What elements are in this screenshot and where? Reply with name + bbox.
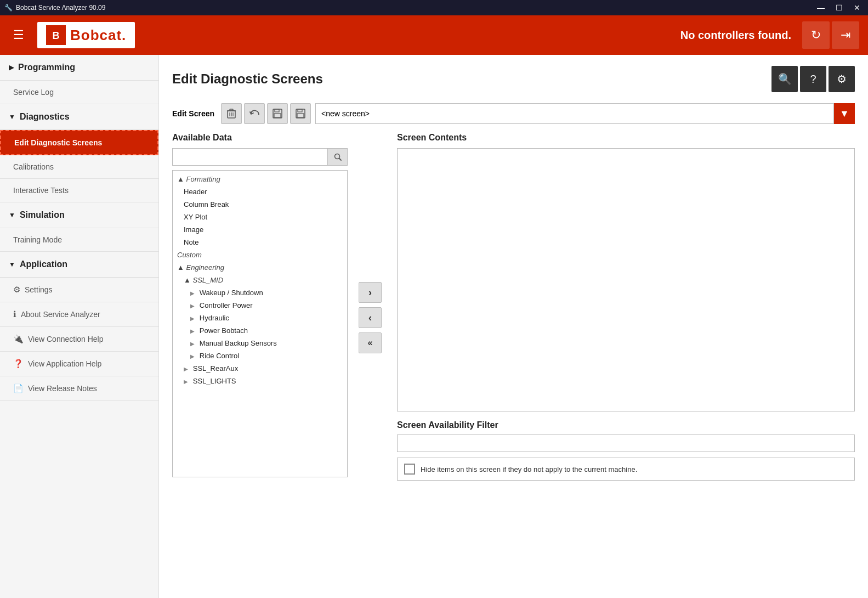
tree-bullet-hydraulic: ▶	[190, 315, 196, 321]
tree-item-xy-plot[interactable]: XY Plot	[173, 211, 347, 223]
delete-icon	[227, 109, 236, 119]
sidebar-item-training-mode-label: Training Mode	[13, 235, 62, 244]
screen-name-input[interactable]	[315, 103, 834, 124]
minimize-button[interactable]: —	[814, 3, 828, 12]
filter-checkbox-label: Hide items on this screen if they do not…	[421, 465, 637, 473]
logo-area: B Bobcat.	[37, 22, 135, 48]
tree-item-engineering[interactable]: ▲ Engineering	[173, 261, 347, 274]
sidebar: ▶ Programming Service Log ▼ Diagnostics …	[0, 55, 159, 598]
notes-icon: 📄	[13, 383, 24, 393]
tree-item-hydraulic[interactable]: ▶ Hydraulic	[173, 312, 347, 324]
logout-button[interactable]: ⇥	[832, 21, 859, 49]
sidebar-item-view-application-help[interactable]: ❓ View Application Help	[0, 352, 158, 376]
sidebar-section-application[interactable]: ▼ Application	[0, 252, 158, 278]
screen-select-wrapper: ▼	[315, 103, 855, 124]
back-all-icon: «	[368, 338, 373, 348]
sidebar-item-service-log[interactable]: Service Log	[0, 81, 158, 104]
tree-item-wakeup-shutdown[interactable]: ▶ Wakeup / Shutdown	[173, 286, 347, 299]
undo-button[interactable]	[244, 103, 265, 124]
tree-item-ssl-rear-aux[interactable]: ▶ SSL_RearAux	[173, 362, 347, 375]
back-icon: ‹	[368, 312, 372, 324]
available-data-title: Available Data	[172, 133, 348, 143]
sidebar-item-settings[interactable]: ⚙ Settings	[0, 278, 158, 302]
save2-button[interactable]	[290, 103, 311, 124]
tree-toggle-formatting: ▲	[177, 175, 186, 183]
tree-item-formatting[interactable]: ▲ Formatting	[173, 173, 347, 185]
settings-title-button[interactable]: ⚙	[829, 66, 855, 92]
tree-item-image[interactable]: Image	[173, 223, 347, 236]
chevron-down-icon: ▼	[9, 113, 15, 121]
search-title-button[interactable]: 🔍	[771, 66, 798, 92]
tree-item-ssl-lights[interactable]: ▶ SSL_LIGHTS	[173, 375, 347, 387]
sidebar-item-about-service-analyzer[interactable]: ℹ About Service Analyzer	[0, 302, 158, 327]
available-data-tree: ▲ Formatting Header Column Break XY Plot…	[172, 170, 348, 477]
tree-item-note[interactable]: Note	[173, 236, 347, 249]
tree-toggle-engineering: ▲	[177, 263, 186, 272]
sidebar-item-training-mode[interactable]: Training Mode	[0, 228, 158, 252]
title-bar-text: Bobcat Service Analyzer 90.09	[16, 4, 105, 12]
filter-checkbox[interactable]	[404, 464, 415, 475]
search-button[interactable]	[328, 148, 348, 166]
tree-bullet-wakeup: ▶	[190, 290, 196, 296]
search-input[interactable]	[172, 148, 328, 166]
app-body: ▶ Programming Service Log ▼ Diagnostics …	[0, 55, 868, 598]
screen-contents-area	[397, 148, 855, 411]
filter-checkbox-row: Hide items on this screen if they do not…	[397, 458, 855, 481]
page-title: Edit Diagnostic Screens	[172, 71, 323, 87]
filter-section: Screen Availability Filter Hide items on…	[397, 420, 855, 481]
two-column-area: Available Data ▲ Formatting	[172, 133, 855, 481]
sidebar-section-programming[interactable]: ▶ Programming	[0, 55, 158, 81]
tree-bullet-ride-control: ▶	[190, 353, 196, 359]
search-box	[172, 148, 348, 166]
sidebar-item-interactive-tests[interactable]: Interactive Tests	[0, 179, 158, 202]
page-title-area: Edit Diagnostic Screens 🔍 ? ⚙	[172, 66, 855, 92]
filter-title: Screen Availability Filter	[397, 420, 855, 430]
forward-icon: ›	[368, 287, 372, 298]
svg-rect-13	[297, 114, 304, 117]
sidebar-item-interactive-tests-label: Interactive Tests	[13, 186, 69, 195]
sidebar-section-application-label: Application	[20, 259, 67, 269]
svg-rect-10	[274, 114, 281, 117]
sidebar-item-settings-label: Settings	[25, 285, 53, 294]
sidebar-item-service-log-label: Service Log	[13, 88, 54, 97]
transfer-back-all-button[interactable]: «	[359, 332, 382, 353]
sidebar-item-view-release-notes[interactable]: 📄 View Release Notes	[0, 376, 158, 401]
screen-dropdown-button[interactable]: ▼	[834, 103, 855, 124]
sidebar-item-about-label: About Service Analyzer	[21, 310, 100, 319]
sidebar-item-calibrations[interactable]: Calibrations	[0, 155, 158, 179]
sidebar-section-simulation[interactable]: ▼ Simulation	[0, 202, 158, 228]
tree-bullet-ssl-rear-aux: ▶	[184, 366, 190, 372]
tree-item-custom[interactable]: Custom	[173, 249, 347, 261]
transfer-forward-button[interactable]: ›	[359, 282, 382, 303]
tree-item-ride-control[interactable]: ▶ Ride Control	[173, 349, 347, 362]
sidebar-item-edit-diagnostic-screens[interactable]: Edit Diagnostic Screens	[0, 130, 158, 155]
sidebar-item-view-connection-help[interactable]: 🔌 View Connection Help	[0, 327, 158, 352]
save1-button[interactable]	[267, 103, 288, 124]
hamburger-menu-button[interactable]: ☰	[9, 26, 29, 44]
tree-item-power-bobtach[interactable]: ▶ Power Bobtach	[173, 324, 347, 337]
delete-screen-button[interactable]	[221, 103, 242, 124]
connection-icon: 🔌	[13, 334, 24, 344]
tree-bullet-power-bobtach: ▶	[190, 328, 196, 334]
tree-item-column-break[interactable]: Column Break	[173, 198, 347, 211]
screen-contents-title: Screen Contents	[397, 133, 855, 143]
close-button[interactable]: ✕	[850, 3, 864, 12]
logo-text: Bobcat.	[70, 27, 126, 44]
sidebar-item-application-help-label: View Application Help	[28, 359, 101, 368]
help-title-button[interactable]: ?	[800, 66, 826, 92]
app-icon: 🔧	[4, 4, 13, 12]
sidebar-section-diagnostics[interactable]: ▼ Diagnostics	[0, 104, 158, 130]
refresh-button[interactable]: ↻	[802, 21, 830, 49]
sidebar-item-calibrations-label: Calibrations	[13, 162, 54, 171]
tree-item-ssl-mid[interactable]: ▲ SSL_MID	[173, 274, 347, 286]
tree-item-manual-backup-sensors[interactable]: ▶ Manual Backup Sensors	[173, 337, 347, 349]
right-section: Screen Contents Screen Availability Filt…	[397, 133, 855, 481]
tree-item-header[interactable]: Header	[173, 185, 347, 198]
maximize-button[interactable]: ☐	[832, 3, 846, 12]
sidebar-section-simulation-label: Simulation	[20, 210, 65, 220]
tree-item-controller-power[interactable]: ▶ Controller Power	[173, 299, 347, 312]
transfer-back-button[interactable]: ‹	[359, 307, 382, 328]
header-status: No controllers found.	[680, 29, 791, 42]
sidebar-item-connection-help-label: View Connection Help	[28, 335, 104, 343]
filter-input[interactable]	[397, 435, 855, 452]
